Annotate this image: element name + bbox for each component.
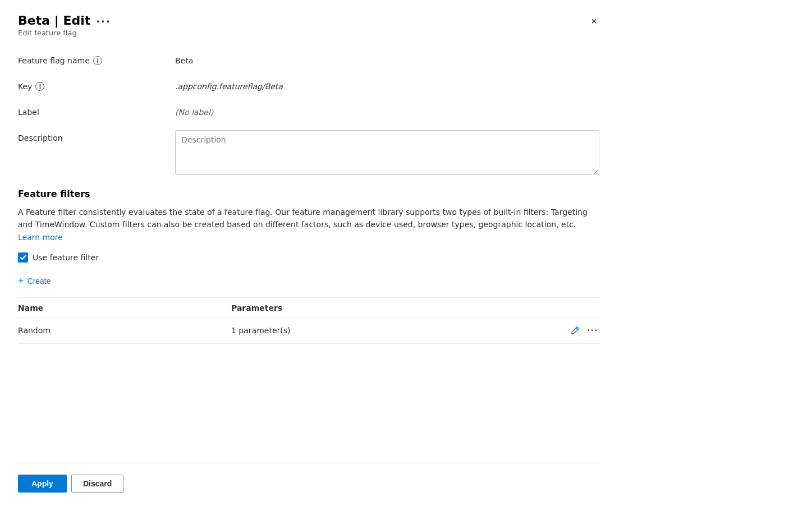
description-label: Description — [18, 130, 175, 142]
panel-title: Beta | Edit — [18, 13, 90, 27]
edit-panel: Beta | Edit ··· Edit feature flag × Feat… — [0, 0, 617, 506]
key-info-icon[interactable]: i — [35, 82, 44, 91]
feature-flag-name-info-icon[interactable]: i — [93, 56, 102, 65]
table-col-name-header: Name — [18, 303, 231, 312]
apply-button[interactable]: Apply — [18, 475, 67, 493]
label-label: Label — [18, 104, 175, 117]
form-body: Feature flag name i Beta Key i .appconfi… — [18, 53, 599, 463]
description-input[interactable] — [175, 130, 599, 175]
close-button[interactable]: × — [589, 13, 599, 30]
table-header: Name Parameters — [18, 298, 599, 318]
table-col-params-header: Parameters — [231, 303, 599, 312]
key-row: Key i .appconfig.featureflag/Beta — [18, 79, 599, 91]
panel-subtitle: Edit feature flag — [18, 29, 111, 37]
discard-button[interactable]: Discard — [71, 475, 123, 493]
feature-filters-description: A Feature filter consistently evaluates … — [18, 206, 599, 243]
filter-more-button[interactable]: ··· — [586, 324, 599, 337]
table-row: Random 1 parameter(s) ··· — [18, 318, 599, 344]
key-label: Key i — [18, 79, 175, 91]
use-feature-filter-label: Use feature filter — [33, 253, 99, 262]
feature-flag-name-label: Feature flag name i — [18, 53, 175, 65]
filter-params: 1 parameter(s) — [231, 326, 570, 335]
use-feature-filter-checkbox[interactable] — [18, 252, 28, 263]
footer: Apply Discard — [18, 463, 599, 493]
learn-more-link[interactable]: Learn more — [18, 233, 63, 242]
filter-name: Random — [18, 326, 231, 335]
label-value: (No label) — [175, 104, 213, 117]
key-value: .appconfig.featureflag/Beta — [175, 79, 283, 91]
feature-flag-name-value: Beta — [175, 53, 193, 65]
title-area: Beta | Edit ··· Edit feature flag — [18, 13, 111, 37]
feature-filters-title: Feature filters — [18, 188, 599, 199]
title-row: Beta | Edit ··· — [18, 13, 111, 27]
create-filter-button[interactable]: + Create — [18, 274, 51, 288]
filter-actions: ··· — [570, 324, 599, 337]
checkmark-icon — [20, 254, 26, 261]
description-row: Description — [18, 130, 599, 175]
pencil-icon — [571, 326, 580, 335]
header-more-icon[interactable]: ··· — [96, 17, 111, 27]
edit-filter-button[interactable] — [570, 325, 581, 336]
use-feature-filter-row: Use feature filter — [18, 252, 599, 263]
feature-flag-name-row: Feature flag name i Beta — [18, 53, 599, 65]
create-plus-icon: + — [18, 276, 24, 286]
panel-header: Beta | Edit ··· Edit feature flag × — [18, 13, 599, 37]
label-row: Label (No label) — [18, 104, 599, 117]
